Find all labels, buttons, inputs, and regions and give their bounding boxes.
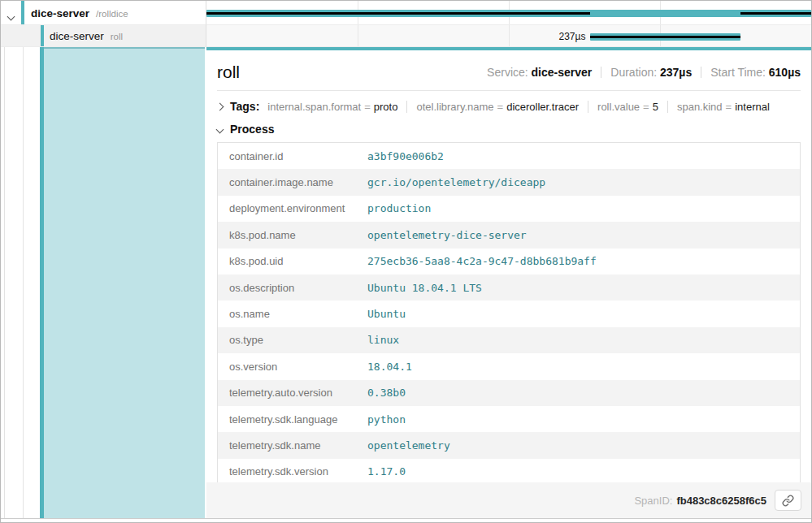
- process-value: 18.04.1: [367, 361, 412, 373]
- tag-key: span.kind: [677, 101, 723, 113]
- chevron-down-icon: [216, 125, 224, 133]
- process-value: gcr.io/opentelemetry/diceapp: [367, 176, 545, 188]
- process-table-row: os.descriptionUbuntu 18.04.1 LTS: [218, 274, 800, 300]
- timeline-cell[interactable]: [206, 1, 811, 25]
- process-value: linux: [367, 334, 399, 346]
- tag-value: proto: [374, 101, 398, 113]
- tag-item: internal.span.format=proto: [267, 101, 397, 113]
- duration-value: 237µs: [660, 66, 692, 79]
- process-value: opentelemetry: [367, 439, 450, 452]
- process-key: k8s.pod.uid: [218, 255, 367, 267]
- process-key: os.name: [218, 308, 367, 320]
- span-detail-row: roll Service: dice-serverDuration: 237µs…: [1, 47, 811, 518]
- process-key: os.type: [218, 334, 367, 346]
- tag-key: roll.value: [597, 101, 640, 113]
- deep-link-button[interactable]: [775, 490, 801, 511]
- service-name: dice-server: [50, 30, 104, 42]
- tag-item: roll.value=5: [597, 101, 658, 113]
- process-table-row: telemetry.sdk.languagepython: [218, 406, 800, 432]
- separator: [601, 67, 601, 78]
- process-section-header[interactable]: Process: [217, 119, 801, 142]
- process-value: 1.17.0: [367, 465, 406, 478]
- span-bar[interactable]: [590, 33, 740, 41]
- process-table-row: container.ida3bf90e006b2: [218, 143, 800, 169]
- process-table-row: os.nameUbuntu: [218, 300, 800, 326]
- span-row-rolldice: dice-server/rolldice: [1, 1, 811, 25]
- tag-equals: =: [494, 101, 507, 113]
- span-summary: Service: dice-serverDuration: 237µsStart…: [487, 66, 801, 79]
- tag-item: otel.library.name=diceroller.tracer: [416, 101, 579, 113]
- span-id-label: SpanID:: [634, 495, 672, 507]
- process-key: k8s.pod.name: [218, 229, 367, 241]
- service-name: dice-server: [31, 7, 89, 19]
- process-value: opentelemetry-dice-server: [367, 229, 527, 241]
- critical-path-segment: [206, 12, 590, 15]
- tag-item: span.kind=internal: [677, 101, 770, 113]
- tags-label: Tags:: [230, 100, 259, 113]
- process-table-row: container.image.namegcr.io/opentelemetry…: [218, 169, 800, 195]
- span-color-accent: [41, 25, 44, 46]
- trace-detail-view: dice-server/rolldice dice-serverroll 237…: [0, 0, 812, 523]
- selected-span-highlight: [44, 47, 205, 518]
- process-key: telemetry.sdk.version: [218, 465, 367, 478]
- process-key: os.version: [218, 361, 367, 373]
- chevron-right-icon: [216, 102, 224, 110]
- span-name-cell-rolldice[interactable]: dice-server/rolldice: [1, 1, 206, 25]
- tag-equals: =: [723, 101, 736, 113]
- span-duration-label: 237µs: [559, 31, 591, 42]
- chevron-down-icon: [7, 13, 15, 21]
- tags-toggle[interactable]: Tags:: [217, 100, 267, 113]
- bottom-border: [1, 518, 811, 519]
- process-key: os.description: [218, 282, 367, 294]
- process-kv-table: container.ida3bf90e006b2container.image.…: [217, 142, 801, 486]
- process-key: telemetry.auto.version: [218, 387, 367, 399]
- tag-key: internal.span.format: [267, 101, 361, 113]
- critical-path-segment: [740, 12, 811, 15]
- span-detail-panel: roll Service: dice-serverDuration: 237µs…: [206, 47, 811, 518]
- tag-equals: =: [361, 101, 374, 113]
- process-value: 0.38b0: [367, 387, 406, 399]
- process-key: telemetry.sdk.language: [218, 413, 367, 426]
- timeline-cell[interactable]: 237µs: [206, 25, 811, 47]
- span-id-value: fb483c8c6258f6c5: [676, 495, 766, 507]
- process-value: Ubuntu 18.04.1 LTS: [367, 282, 482, 294]
- start-time-value: 610µs: [769, 66, 801, 79]
- critical-path-segment: [590, 36, 740, 38]
- process-table-row: k8s.pod.uid275ecb36-5aa8-4c2a-9c47-d8bb6…: [218, 249, 800, 274]
- timeline-gridline: [358, 25, 358, 46]
- process-key: container.image.name: [218, 176, 367, 188]
- process-table-row: telemetry.auto.version0.38b0: [218, 380, 800, 406]
- tag-value: 5: [653, 101, 658, 113]
- start-time-label: Start Time:: [710, 66, 766, 79]
- process-key: telemetry.sdk.name: [218, 439, 367, 452]
- span-color-accent: [21, 1, 24, 24]
- operation-name: /rolldice: [96, 9, 128, 19]
- process-label: Process: [230, 123, 274, 136]
- duration-label: Duration:: [610, 66, 657, 79]
- process-value: python: [367, 413, 406, 426]
- process-value: production: [367, 202, 431, 214]
- collapse-toggle[interactable]: [8, 8, 20, 19]
- process-table-row: os.version18.04.1: [218, 353, 800, 379]
- link-icon: [782, 495, 794, 507]
- span-row-roll: dice-serverroll 237µs: [1, 25, 811, 47]
- tag-separator: [406, 101, 407, 113]
- tag-separator: [667, 101, 668, 113]
- tags-list: internal.span.format=protootel.library.n…: [267, 101, 770, 113]
- span-name-cell-roll[interactable]: dice-serverroll: [1, 25, 206, 47]
- process-value: a3bf90e006b2: [367, 150, 444, 162]
- timeline-gridline: [509, 25, 510, 46]
- process-value: Ubuntu: [367, 308, 406, 320]
- tags-section: Tags: internal.span.format=protootel.lib…: [217, 91, 801, 119]
- span-bar[interactable]: [206, 10, 811, 17]
- process-key: container.id: [218, 150, 367, 162]
- tag-separator: [588, 101, 588, 113]
- process-table-row: deployment.environmentproduction: [218, 196, 800, 222]
- tag-equals: =: [640, 101, 653, 113]
- tag-key: otel.library.name: [416, 101, 493, 113]
- process-table-row: telemetry.sdk.version1.17.0: [218, 459, 800, 485]
- tag-value: internal: [735, 101, 770, 113]
- process-key: deployment.environment: [218, 202, 367, 214]
- process-value: 275ecb36-5aa8-4c2a-9c47-d8bb681b9aff: [367, 255, 597, 267]
- service-value: dice-server: [532, 66, 593, 79]
